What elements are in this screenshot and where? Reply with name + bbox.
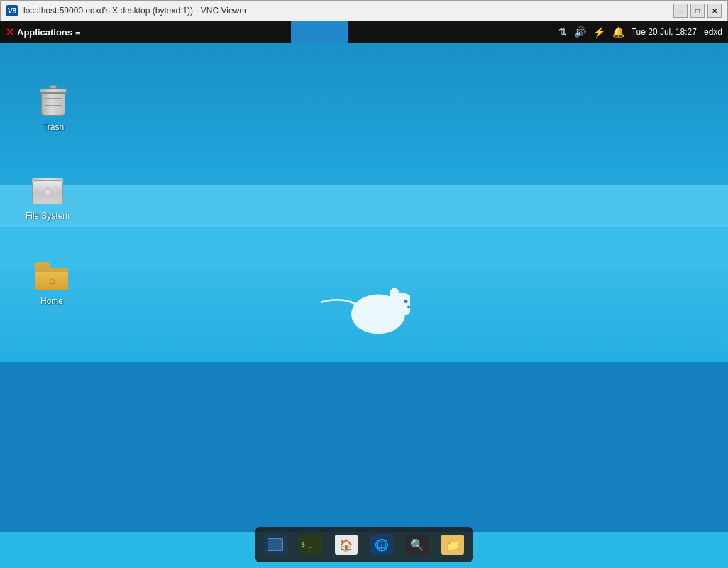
- files-img: 📁: [441, 535, 464, 555]
- home-icon-img: ⌂: [35, 259, 69, 293]
- dock-item-browser[interactable]: 🌐: [365, 530, 399, 559]
- filesystem-icon[interactable]: File System: [16, 174, 79, 221]
- bottom-dock: $ _ 🏠 🌐 🔍 📁: [0, 532, 728, 568]
- browser-img: 🌐: [370, 535, 393, 555]
- trash-body: [41, 89, 65, 116]
- trash-label: Trash: [43, 122, 64, 132]
- applications-menu[interactable]: ✕ Applications ≡: [0, 21, 87, 43]
- taskbar-right: ⇅ 🔊 ⚡ 🔔 Tue 20 Jul, 18:27 edxd: [553, 26, 728, 38]
- filesystem-img: [32, 178, 63, 204]
- maximize-button[interactable]: □: [690, 4, 705, 18]
- home-label: Home: [40, 296, 63, 306]
- folder-front: ⌂: [35, 272, 68, 290]
- dock-item-terminal[interactable]: $ _: [294, 530, 328, 559]
- close-button[interactable]: ✕: [707, 4, 722, 18]
- fs-disk-circle: [43, 188, 52, 197]
- trash-icon[interactable]: Trash: [21, 85, 85, 132]
- window-title: localhost:59000 edxd's X desktop (bytexd…: [23, 6, 668, 16]
- active-window-indicator[interactable]: [291, 21, 348, 43]
- datetime: Tue 20 Jul, 18:27: [632, 27, 697, 37]
- xfce-icon: ✕: [6, 26, 14, 38]
- dock-item-home[interactable]: 🏠: [329, 530, 363, 559]
- folder-house-icon: ⌂: [49, 275, 55, 286]
- dock-bar: $ _ 🏠 🌐 🔍 📁: [255, 527, 473, 562]
- svg-point-7: [407, 305, 410, 308]
- folder-tab: [35, 262, 50, 268]
- vnc-icon: V8: [6, 5, 18, 16]
- dock-item-magnify[interactable]: 🔍: [400, 530, 434, 559]
- window-controls: ─ □ ✕: [673, 4, 722, 18]
- notification-icon[interactable]: 🔔: [612, 26, 624, 38]
- trash-icon-img: [36, 85, 70, 119]
- dock-item-files[interactable]: 📁: [436, 530, 470, 559]
- home-folder-img: ⌂: [35, 262, 68, 290]
- username: edxd: [704, 27, 722, 37]
- trash-can: [41, 93, 65, 116]
- minimize-button[interactable]: ─: [673, 4, 688, 18]
- network-icon[interactable]: ⇅: [558, 26, 567, 38]
- terminal-img: $ _: [299, 535, 322, 555]
- home-img: 🏠: [335, 535, 358, 555]
- filesystem-label: File System: [26, 211, 70, 221]
- fs-disk: [32, 180, 63, 204]
- desktop-area: Trash File System: [0, 43, 728, 532]
- home-icon[interactable]: ⌂ Home: [20, 259, 84, 306]
- svg-point-3: [404, 300, 408, 303]
- power-icon[interactable]: ⚡: [593, 26, 605, 38]
- vnc-content: ✕ Applications ≡ ⇅ 🔊 ⚡ 🔔 Tue 20 Jul, 18:…: [0, 21, 728, 568]
- xfce-mouse-logo: [318, 270, 410, 354]
- filesystem-icon-img: [31, 174, 65, 208]
- window-titlebar: V8 localhost:59000 edxd's X desktop (byt…: [0, 0, 728, 21]
- taskbar-top: ✕ Applications ≡ ⇅ 🔊 ⚡ 🔔 Tue 20 Jul, 18:…: [0, 21, 728, 43]
- volume-icon[interactable]: 🔊: [574, 26, 586, 38]
- svg-point-2: [390, 288, 399, 300]
- applications-label: Applications: [17, 27, 72, 38]
- dock-item-desktop-switcher[interactable]: [258, 530, 292, 559]
- magnify-img: 🔍: [406, 535, 429, 555]
- menu-symbol: ≡: [75, 27, 81, 38]
